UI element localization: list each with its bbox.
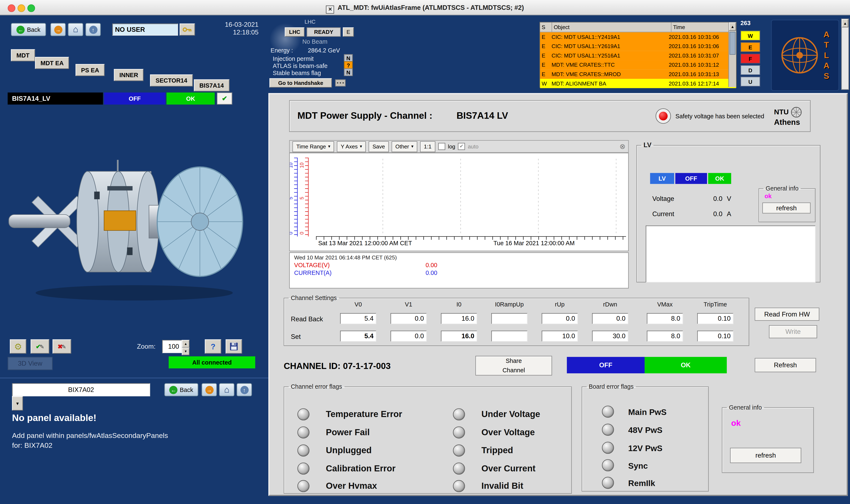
readback-vmax-field[interactable] xyxy=(647,313,683,324)
home-button[interactable]: ⌂ xyxy=(68,23,83,36)
traffic-light-minimize[interactable] xyxy=(18,4,25,12)
time-range-button[interactable]: Time Range▾ xyxy=(293,141,334,152)
col-header-object[interactable]: Object xyxy=(551,22,671,32)
flag-unplugged[interactable]: Unplugged xyxy=(297,444,372,457)
auto-checkbox[interactable]: ✔ xyxy=(458,143,465,150)
alert-row[interactable]: EMDT: VME CRATES::MROD2021.03.16 10:31:1… xyxy=(540,70,736,79)
flag-sync[interactable]: Sync xyxy=(602,458,648,472)
readback-rup-field[interactable] xyxy=(542,313,578,324)
strip-scrollbar[interactable]: ▲ xyxy=(841,19,849,90)
flag-main-pws[interactable]: Main PwS xyxy=(602,405,667,418)
secondary-home-button[interactable]: ⌂ xyxy=(219,383,234,396)
strip-scroll-up-button[interactable]: ▲ xyxy=(842,19,848,28)
flag-48v-pws[interactable]: 48V PwS xyxy=(602,423,662,436)
view-3d-button[interactable]: 3D View xyxy=(8,357,53,370)
set-rdwn-field[interactable] xyxy=(592,331,628,342)
flag-tripped[interactable]: Tripped xyxy=(453,444,513,457)
readback-i0rampup-field[interactable] xyxy=(491,313,528,324)
log-checkbox[interactable] xyxy=(438,143,445,150)
lhc-e-button[interactable]: E xyxy=(343,28,354,37)
general-info-refresh-button[interactable]: refresh xyxy=(730,448,801,463)
traffic-light-zoom[interactable] xyxy=(28,4,35,12)
refresh-button[interactable]: Refresh xyxy=(755,358,816,372)
col-header-severity[interactable]: S xyxy=(540,22,551,32)
set-v0-field[interactable] xyxy=(340,331,376,342)
nav-button-ps-ea[interactable]: PS EA xyxy=(75,64,105,76)
flag-invalid-bit[interactable]: Invalid Bit xyxy=(453,480,523,493)
flag-over-current[interactable]: Over Current xyxy=(453,462,536,475)
alert-row[interactable]: ECIC: MDT USAL1::Y2516A12021.03.16 10:31… xyxy=(540,51,736,60)
readback-triptime-field[interactable] xyxy=(697,313,733,324)
share-channel-button[interactable]: Share Channel xyxy=(475,356,552,375)
secondary-up-button[interactable]: ↑ xyxy=(236,383,252,396)
alert-row[interactable]: EMDT: VME CRATES::TTC2021.03.16 10:31:12 xyxy=(540,60,736,70)
nav-button-mdt-ea[interactable]: MDT EA xyxy=(35,57,69,69)
user-input[interactable] xyxy=(112,24,178,36)
alert-row[interactable]: WMDT: ALIGNMENT BA2021.03.16 12:17:14 xyxy=(540,79,736,88)
lv-listbox[interactable] xyxy=(646,226,815,283)
other-button[interactable]: Other▾ xyxy=(391,141,417,152)
login-key-button[interactable] xyxy=(180,24,195,36)
handshake-button[interactable]: Go to Handshake xyxy=(269,78,332,88)
nav-button-bis7a14[interactable]: BIS7A14 xyxy=(194,79,229,92)
set-v1-field[interactable] xyxy=(390,331,427,342)
flag-temperature-error[interactable]: Temperature Error xyxy=(297,408,402,421)
zoom-spinner-down[interactable]: ▼ xyxy=(182,348,190,355)
back-button[interactable]: ← Back xyxy=(11,23,46,36)
zoom-spinner-up[interactable]: ▲ xyxy=(182,340,190,348)
set-vmax-field[interactable] xyxy=(647,331,683,342)
alert-row[interactable]: ECIC: MDT USAL1::Y2619A12021.03.16 10:31… xyxy=(540,41,736,51)
flag-over-voltage[interactable]: Over Voltage xyxy=(453,426,535,439)
severity-badge-f[interactable]: F xyxy=(740,54,760,64)
help-button[interactable]: ? xyxy=(205,340,221,354)
trend-plot[interactable]: 10 5 0 10 5 0 Sat 13 Mar 2021 12:00:00 A… xyxy=(289,153,629,251)
alert-scrollbar[interactable]: ▲ xyxy=(728,22,736,87)
lhc-button[interactable]: LHC xyxy=(285,28,304,37)
save-button[interactable] xyxy=(226,340,242,354)
legend-row-voltage[interactable]: VOLTAGE(V) 0.00 xyxy=(294,262,624,268)
scrollbar-thumb[interactable] xyxy=(729,32,736,55)
readback-i0-field[interactable] xyxy=(441,313,477,324)
flag-remilk[interactable]: RemIlk xyxy=(602,476,655,489)
read-from-hw-button[interactable]: Read From HW xyxy=(755,308,819,321)
dropdown-arrow-button[interactable]: ▾ xyxy=(12,396,23,411)
traffic-light-close[interactable] xyxy=(8,4,16,12)
severity-badge-d[interactable]: D xyxy=(740,65,760,75)
atlas-detector-3d-view[interactable] xyxy=(5,110,263,331)
nav-button-mdt[interactable]: MDT xyxy=(11,49,35,61)
plot-close-icon[interactable]: ⊗ xyxy=(620,142,625,150)
flag-over-hvmax[interactable]: Over Hvmax xyxy=(297,480,377,493)
save-trend-button[interactable]: Save xyxy=(369,141,389,152)
nav-button-inner[interactable]: INNER xyxy=(114,69,144,81)
severity-badge-u[interactable]: U xyxy=(740,77,760,87)
alert-row[interactable]: ECIC: MDT USAL1::Y2419A12021.03.16 10:31… xyxy=(540,32,736,41)
secondary-panel-dropdown[interactable]: BIX7A02 ▾ xyxy=(12,383,160,396)
confirm-check-button[interactable]: ✔ xyxy=(217,93,232,105)
up-button[interactable]: ↑ xyxy=(86,23,101,36)
flag-power-fail[interactable]: Power Fail xyxy=(297,426,370,439)
lv-tab-button[interactable]: LV xyxy=(650,173,674,184)
readback-v0-field[interactable] xyxy=(340,313,376,324)
set-i0rampup-field[interactable] xyxy=(491,331,528,342)
readback-rdwn-field[interactable] xyxy=(592,313,628,324)
validate-button[interactable]: ✔ ✎ xyxy=(31,340,49,354)
zoom-spinner[interactable]: ▲ ▼ xyxy=(182,340,190,353)
forward-button[interactable]: → xyxy=(50,23,66,36)
set-i0-field[interactable] xyxy=(441,331,477,342)
secondary-forward-button[interactable]: → xyxy=(201,383,217,396)
legend-row-current[interactable]: CURRENT(A) 0.00 xyxy=(294,269,624,276)
zoom-input[interactable] xyxy=(162,340,182,353)
severity-badge-e[interactable]: E xyxy=(740,42,760,52)
flag-under-voltage[interactable]: Under Voltage xyxy=(453,408,540,421)
col-header-time[interactable]: Time xyxy=(671,22,733,32)
settings-gear-button[interactable]: ⚙ xyxy=(10,340,26,354)
secondary-back-button[interactable]: ← Back xyxy=(164,383,198,396)
write-button[interactable]: Write xyxy=(769,325,817,338)
set-rup-field[interactable] xyxy=(542,331,578,342)
nav-button-sector14[interactable]: SECTOR14 xyxy=(150,74,193,87)
severity-badge-w[interactable]: W xyxy=(740,31,760,40)
y-axes-button[interactable]: Y Axes▾ xyxy=(337,141,366,152)
lv-refresh-button[interactable]: refresh xyxy=(762,202,811,213)
flag-12v-pws[interactable]: 12V PwS xyxy=(602,441,662,454)
flag-calibration-error[interactable]: Calibration Error xyxy=(297,462,395,475)
